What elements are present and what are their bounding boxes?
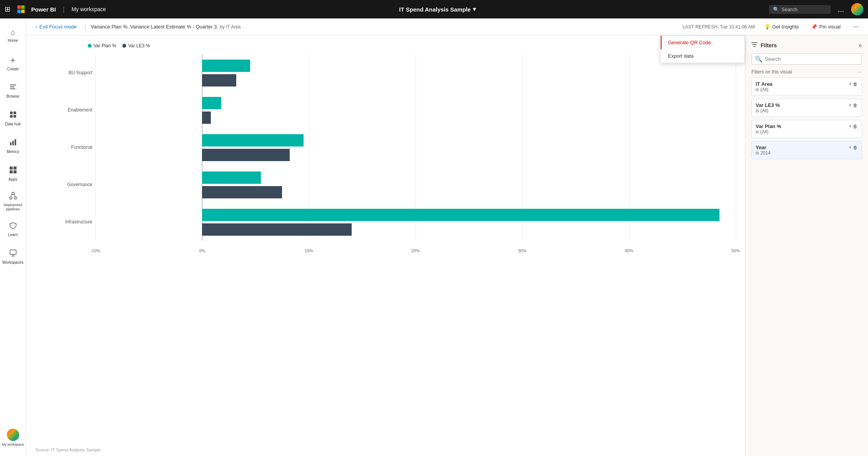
legend-label-var-plan: Var Plan % [93, 43, 116, 48]
sidebar-item-learn[interactable]: Learn [2, 215, 25, 243]
toolbar-more-button[interactable]: ··· [850, 21, 862, 32]
svg-rect-5 [10, 115, 13, 118]
x-tick: 40% [625, 248, 633, 253]
bar-category-label: BU Support [46, 70, 92, 75]
bar-category-label: Enablement [46, 107, 92, 113]
pin-visual-button[interactable]: 📌 Pin visual [808, 22, 844, 31]
exit-focus-label: Exit Focus mode [39, 24, 77, 30]
get-insights-button[interactable]: 💡 Get Insights [761, 22, 802, 31]
bar-teal [202, 209, 719, 221]
filter-card-header-it-area: IT Area ∨ 🗑 [756, 81, 858, 87]
svg-rect-13 [13, 170, 17, 173]
browse-icon [9, 83, 17, 93]
dropdown-menu: Generate QR Code Export data [660, 35, 745, 63]
divider: | [63, 5, 65, 13]
svg-rect-6 [13, 115, 16, 118]
sidebar-label-metrics: Metrics [7, 150, 19, 154]
filter-name-year: Year [756, 145, 766, 150]
filter-clear-var-le3[interactable]: 🗑 [853, 103, 858, 108]
chart-plot: -10%0%10%20%30%40%50%BU SupportEnablemen… [95, 55, 736, 255]
search-box[interactable]: 🔍 Search [769, 5, 831, 14]
filters-section-more[interactable]: ··· [858, 69, 862, 75]
last-refresh-info: LAST REFRESH: Tue 10:41:06 AM [683, 24, 755, 30]
chevron-down-icon: ▾ [473, 6, 476, 13]
workspaces-icon [9, 249, 17, 259]
filter-card-header-var-le3: Var LE3 % ∨ 🗑 [756, 102, 858, 108]
legend-item-var-le3: Var LE3 % [122, 43, 150, 48]
sidebar-label-deployment: Deployment pipelines [2, 203, 25, 211]
metrics-icon [9, 138, 17, 148]
bar-dark [202, 149, 289, 161]
user-avatar-sidebar [7, 429, 19, 441]
workspace-label[interactable]: My workspace [72, 6, 106, 12]
filter-icon [751, 42, 758, 49]
filter-clear-var-plan[interactable]: 🗑 [853, 124, 858, 129]
bar-dark [202, 112, 210, 124]
user-avatar[interactable] [851, 3, 863, 15]
grid-icon[interactable]: ⊞ [5, 5, 10, 13]
chevron-left-icon: ‹ [35, 24, 37, 30]
filter-clear-it-area[interactable]: 🗑 [853, 82, 858, 87]
sidebar-item-apps[interactable]: Apps [2, 160, 25, 188]
get-insights-label: Get Insights [772, 24, 799, 30]
sidebar-item-create[interactable]: + Create [2, 49, 25, 77]
x-tick: 30% [518, 248, 526, 253]
pin-visual-label: Pin visual [819, 24, 841, 30]
svg-rect-8 [12, 141, 14, 145]
sidebar-item-home[interactable]: ⌂ Home [2, 22, 25, 49]
sidebar-item-myworkspace[interactable]: My workspace [2, 424, 25, 451]
filter-clear-year[interactable]: 🗑 [853, 145, 858, 150]
svg-rect-0 [10, 85, 16, 85]
svg-rect-12 [10, 170, 13, 173]
more-options-button[interactable]: ... [836, 3, 846, 15]
chart-subtitle: by IT Area [220, 24, 240, 30]
chevron-down-icon-var-plan[interactable]: ∨ [849, 124, 851, 129]
filters-panel: Filters » 🔍 Filters on this visual ··· I… [745, 35, 868, 456]
filter-card-var-plan[interactable]: Var Plan % ∨ 🗑 is (All) [751, 120, 862, 138]
filter-name-var-plan: Var Plan % [756, 123, 781, 129]
filter-name-var-le3: Var LE3 % [756, 102, 780, 108]
filters-search-box[interactable]: 🔍 [751, 53, 862, 65]
x-tick: 10% [305, 248, 313, 253]
dropdown-item-export-data[interactable]: Export data [661, 49, 744, 63]
filter-card-year[interactable]: Year ∨ 🗑 is 2014 [751, 141, 862, 159]
chevron-down-icon-it-area[interactable]: ∨ [849, 82, 851, 87]
sidebar-item-browse[interactable]: Browse [2, 77, 25, 105]
filter-search-input[interactable] [765, 56, 858, 62]
dropdown-item-generate-qr[interactable]: Generate QR Code [661, 36, 744, 49]
filter-actions-it-area: ∨ 🗑 [849, 82, 858, 87]
filters-collapse-button[interactable]: » [858, 42, 862, 49]
sidebar-label-home: Home [8, 38, 18, 43]
svg-rect-1 [10, 87, 15, 87]
sidebar-item-deployment[interactable]: Deployment pipelines [2, 188, 25, 215]
svg-rect-3 [10, 112, 13, 114]
svg-rect-11 [13, 166, 17, 170]
filter-actions-year: ∨ 🗑 [849, 145, 858, 150]
chevron-down-icon-var-le3[interactable]: ∨ [849, 103, 851, 108]
sidebar-item-datahub[interactable]: Data hub [2, 105, 25, 132]
grid-line [736, 55, 736, 241]
report-title-button[interactable]: IT Spend Analysis Sample ▾ [399, 6, 476, 13]
legend-dot-teal [88, 44, 92, 48]
filter-value-var-le3: is (All) [756, 108, 858, 113]
bar-teal [202, 171, 261, 184]
legend-dot-dark [122, 44, 126, 48]
legend-item-var-plan: Var Plan % [88, 43, 116, 48]
svg-line-17 [11, 194, 12, 197]
chevron-down-icon-year[interactable]: ∨ [849, 145, 851, 150]
filters-header: Filters » [751, 42, 862, 49]
filter-name-it-area: IT Area [756, 81, 773, 87]
svg-line-18 [14, 194, 15, 197]
filter-card-it-area[interactable]: IT Area ∨ 🗑 is (All) [751, 78, 862, 96]
grid-line [95, 55, 96, 241]
sidebar-label-apps: Apps [8, 177, 17, 181]
pin-icon: 📌 [811, 24, 817, 30]
sidebar-item-workspaces[interactable]: Workspaces [2, 243, 25, 271]
svg-rect-9 [15, 139, 16, 145]
toolbar-divider: | [84, 23, 86, 31]
filter-card-var-le3[interactable]: Var LE3 % ∨ 🗑 is (All) [751, 99, 862, 117]
search-icon: 🔍 [773, 7, 779, 12]
sidebar-item-metrics[interactable]: Metrics [2, 132, 25, 160]
svg-rect-2 [10, 88, 15, 89]
exit-focus-button[interactable]: ‹ Exit Focus mode [32, 22, 80, 31]
